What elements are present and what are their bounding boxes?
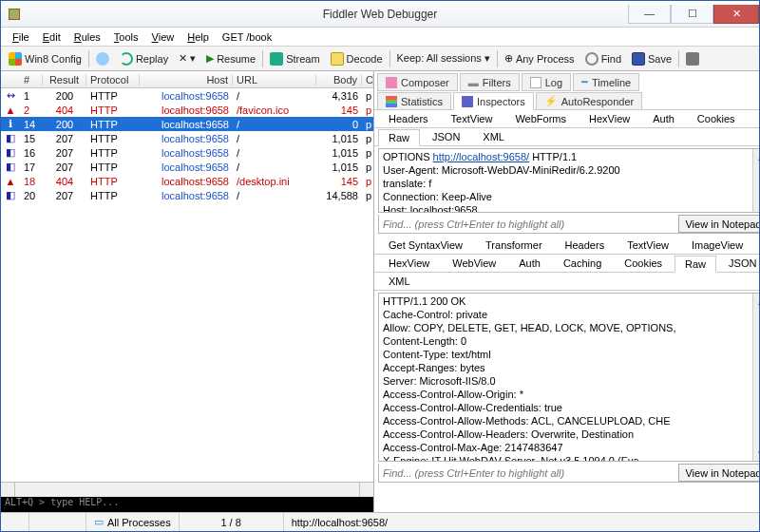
tab-timeline[interactable]: ━Timeline [573, 73, 639, 91]
menu-tools[interactable]: Tools [108, 30, 144, 44]
quickexec-input[interactable]: ALT+Q > type HELP... [1, 497, 373, 512]
tab-autoresponder[interactable]: ⚡AutoResponder [536, 92, 642, 110]
req-tab-xml[interactable]: XML [472, 128, 515, 145]
req-tab-raw[interactable]: Raw [378, 129, 420, 146]
stream-icon [270, 52, 283, 66]
quickexec-label[interactable]: GET /book [217, 30, 277, 44]
req-tab-json[interactable]: JSON [422, 128, 470, 145]
menu-rules[interactable]: Rules [68, 30, 106, 44]
replay-button[interactable]: Replay [115, 50, 173, 67]
log-icon [530, 77, 542, 88]
col-more[interactable]: C [362, 74, 373, 86]
col-body[interactable]: Body [316, 74, 362, 86]
remove-button[interactable]: ✕▾ [174, 50, 200, 66]
decode-button[interactable]: Decode [326, 50, 388, 67]
session-row[interactable]: ◧16207HTTPlocalhost:9658/1,015p [1, 145, 373, 160]
comment-button[interactable] [91, 50, 114, 67]
response-inspector-tabs1: Get SyntaxView Transformer Headers TextV… [374, 237, 760, 255]
menu-help[interactable]: Help [181, 30, 215, 44]
res-tab-json[interactable]: JSON [718, 255, 760, 272]
any-process-button[interactable]: ⊕Any Process [500, 50, 580, 66]
tab-filters[interactable]: ▬Filters [460, 73, 520, 91]
req-tab-textview[interactable]: TextView [441, 110, 504, 127]
sessions-pane: # Result Protocol Host URL Body C ↭1200H… [1, 71, 374, 512]
req-tab-hexview[interactable]: HexView [579, 110, 640, 127]
request-notepad-button[interactable]: View in Notepad [678, 215, 760, 233]
session-row[interactable]: ◧17207HTTPlocalhost:9658/1,015p [1, 160, 373, 174]
main-tabs-row1: Composer ▬Filters Log ━Timeline [374, 71, 760, 90]
tab-statistics[interactable]: Statistics [377, 92, 451, 110]
req-tab-cookies[interactable]: Cookies [687, 110, 746, 127]
response-inspector-tabs3: XML [374, 273, 760, 291]
menu-edit[interactable]: Edit [37, 30, 66, 44]
col-num[interactable]: # [20, 74, 43, 86]
req-tab-headers[interactable]: Headers [378, 110, 439, 127]
lightning-icon: ⚡ [544, 95, 558, 107]
request-scrollbar[interactable]: ▴ [752, 149, 760, 212]
session-row[interactable]: ℹ14200HTTPlocalhost:9658/0p [1, 117, 373, 131]
find-button[interactable]: Find [580, 50, 626, 67]
request-find-input[interactable] [379, 215, 678, 233]
stream-button[interactable]: Stream [265, 50, 324, 67]
inspect-icon [462, 96, 473, 107]
menu-view[interactable]: View [146, 30, 180, 44]
col-result[interactable]: Result [43, 74, 86, 86]
req-tab-auth[interactable]: Auth [642, 110, 685, 127]
menu-file[interactable]: File [7, 30, 35, 44]
menu-bar: File Edit Rules Tools View Help GET /boo… [1, 28, 759, 47]
status-bar: ▭All Processes 1 / 8 http://localhost:96… [1, 512, 759, 531]
resume-button[interactable]: ▶Resume [201, 50, 260, 66]
tab-inspectors[interactable]: Inspectors [453, 92, 534, 110]
res-tab-cookies[interactable]: Cookies [614, 255, 673, 272]
res-tab-imageview[interactable]: ImageView [681, 237, 753, 254]
res-tab-raw[interactable]: Raw [674, 256, 716, 273]
sessions-list[interactable]: ↭1200HTTPlocalhost:9658/4,316p▲2404HTTPl… [1, 88, 373, 482]
res-tab-hexview[interactable]: HexView [378, 255, 440, 272]
minimize-button[interactable]: — [628, 5, 671, 24]
save-button[interactable]: Save [627, 50, 676, 67]
response-inspector-tabs2: HexView WebView Auth Caching Cookies Raw… [374, 255, 760, 273]
tab-composer[interactable]: Composer [377, 73, 458, 91]
target-icon: ⊕ [504, 52, 513, 65]
res-tab-textview[interactable]: TextView [617, 237, 679, 254]
res-tab-headers[interactable]: Headers [555, 237, 616, 254]
horizontal-scrollbar[interactable] [1, 482, 373, 497]
pencil-icon [386, 77, 397, 88]
session-row[interactable]: ◧20207HTTPlocalhost:9658/14,588p [1, 188, 373, 202]
camera-button[interactable] [681, 50, 704, 67]
res-tab-getsyntax[interactable]: Get SyntaxView [378, 237, 473, 254]
maximize-button[interactable]: ☐ [671, 5, 713, 24]
col-host[interactable]: Host [140, 74, 233, 86]
response-find-row: View in Notepad [378, 464, 760, 483]
response-notepad-button[interactable]: View in Notepad [678, 464, 760, 482]
res-tab-xml[interactable]: XML [378, 273, 421, 290]
keep-sessions-dropdown[interactable]: Keep: All sessions ▾ [392, 50, 495, 66]
close-button[interactable]: ✕ [713, 5, 759, 24]
res-tab-auth[interactable]: Auth [508, 255, 551, 272]
tab-log[interactable]: Log [522, 73, 571, 91]
response-find-input[interactable] [379, 464, 678, 482]
session-row[interactable]: ▲18404HTTPlocalhost:9658/desktop.ini145p [1, 174, 373, 188]
replay-icon [120, 52, 133, 66]
res-tab-caching[interactable]: Caching [553, 255, 612, 272]
session-row[interactable]: ↭1200HTTPlocalhost:9658/4,316p [1, 88, 373, 103]
request-inspector-tabs2: Raw JSON XML [374, 128, 760, 146]
request-find-row: View in Notepad [378, 215, 760, 234]
session-row[interactable]: ▲2404HTTPlocalhost:9658/favicon.ico145p [1, 103, 373, 117]
capture-indicator[interactable] [1, 513, 29, 531]
col-protocol[interactable]: Protocol [86, 74, 140, 86]
response-raw-view[interactable]: HTTP/1.1 200 OK Cache-Control: private A… [379, 294, 760, 461]
sessions-header[interactable]: # Result Protocol Host URL Body C [1, 71, 373, 88]
req-tab-webforms[interactable]: WebForms [504, 110, 577, 127]
res-tab-transformer[interactable]: Transformer [475, 237, 553, 254]
main-tabs-row2: Statistics Inspectors ⚡AutoResponder [374, 90, 760, 110]
request-raw-view[interactable]: OPTIONS http://localhost:9658/ HTTP/1.1 … [379, 149, 760, 212]
session-row[interactable]: ◧15207HTTPlocalhost:9658/1,015p [1, 131, 373, 145]
col-url[interactable]: URL [233, 74, 316, 86]
request-url-link[interactable]: http://localhost:9658/ [433, 151, 530, 162]
res-tab-webview[interactable]: WebView [442, 255, 506, 272]
find-icon [585, 52, 598, 66]
status-processes[interactable]: ▭All Processes [86, 513, 180, 531]
response-scrollbar[interactable]: ▴▾ [752, 294, 760, 461]
win8-config-button[interactable]: Win8 Config [4, 50, 86, 67]
